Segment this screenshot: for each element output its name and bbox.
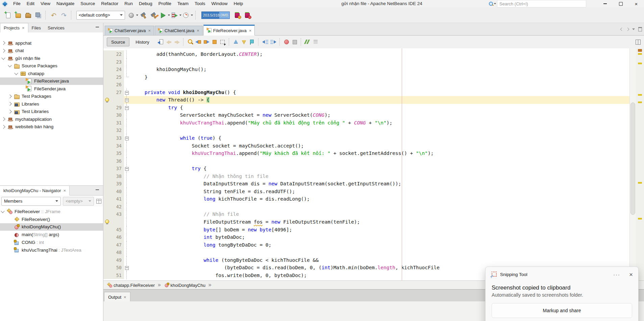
menu-tools[interactable]: Tools [192, 0, 208, 7]
navigator-sort-icon[interactable] [96, 198, 102, 205]
close-tab-icon[interactable]: × [22, 26, 25, 30]
code-line-43[interactable]: 43 // Nhận file [103, 210, 644, 218]
code-line-42[interactable]: 42 [103, 203, 644, 211]
forward-icon[interactable] [174, 39, 180, 45]
warning-hint-icon[interactable] [105, 98, 109, 102]
warning-hint-icon[interactable] [105, 220, 109, 224]
build-project-button[interactable] [139, 10, 148, 20]
code-line-33[interactable]: 33 while (true) { [103, 134, 644, 142]
redo-button[interactable]: ↷ [59, 10, 69, 20]
tree-item-filesender-java[interactable]: FileSender.java [0, 85, 103, 93]
memory-indicator[interactable]: 203.5/318.0MB [201, 12, 230, 19]
code-fold-icon[interactable] [125, 98, 129, 102]
error-stripe-mark[interactable] [638, 101, 642, 103]
split-document-icon[interactable] [636, 40, 641, 45]
editor-tab-filereceiver-java[interactable]: FileReceiver.java× [203, 25, 255, 36]
comment-icon[interactable] [304, 39, 311, 45]
navigator-member[interactable]: khuVucTrangThai : JTextArea [0, 246, 103, 254]
tree-item-g-i-nh-n-file[interactable]: gửi nhận file [0, 54, 103, 62]
navigator-view-combo[interactable]: Members [1, 197, 61, 206]
code-line-41[interactable]: 41 long kichThuocFile = dis.readLong(); [103, 195, 644, 203]
search-icon[interactable] [489, 1, 493, 6]
markup-and-share-button[interactable]: Markup and share [492, 303, 632, 318]
shift-line-right-icon[interactable] [270, 39, 277, 45]
close-notification-icon[interactable]: × [629, 271, 633, 278]
error-stripe-mark[interactable] [638, 63, 642, 64]
tree-item-libraries[interactable]: Libraries [0, 100, 103, 108]
chevron-collapsed-icon[interactable] [1, 41, 5, 45]
error-stripe-mark[interactable] [638, 94, 642, 96]
close-tab-icon[interactable]: × [249, 28, 252, 33]
new-project-button[interactable] [13, 10, 23, 20]
code-editor[interactable]: 22 add(thanhCuon, BorderLayout.CENTER);2… [103, 48, 644, 280]
menu-edit[interactable]: Edit [24, 0, 38, 7]
code-fold-icon[interactable] [125, 266, 129, 270]
tree-item-test-libraries[interactable]: Test Libraries [0, 108, 103, 116]
code-line-28[interactable]: new Thread(() -> { [103, 96, 644, 104]
code-line-30[interactable]: 30 ServerSocket mayChuSocket = new Serve… [103, 111, 644, 119]
save-all-button[interactable] [33, 10, 43, 20]
code-line-39[interactable]: 39 DataInputStream dis = new DataInputSt… [103, 180, 644, 188]
more-options-icon[interactable]: ··· [613, 272, 620, 277]
menu-navigate[interactable]: Navigate [53, 0, 77, 7]
code-line-22[interactable]: 22 add(thanhCuon, BorderLayout.CENTER); [103, 50, 644, 58]
rectangular-selection-icon[interactable] [219, 39, 226, 45]
chevron-expanded-icon[interactable] [1, 56, 5, 60]
editor-tab-chatserver-java[interactable]: ChatServer.java× [105, 26, 154, 35]
code-line-47[interactable]: 47 long tongByteDaDoc = 0; [103, 241, 644, 249]
menu-window[interactable]: Window [208, 0, 231, 7]
chevron-collapsed-icon[interactable] [8, 94, 11, 98]
profile-project-button[interactable] [182, 10, 193, 20]
previous-bookmark-icon[interactable] [232, 39, 239, 45]
tab-navigator[interactable]: khoiDongMayChu - Navigator × [0, 186, 70, 196]
code-line-27[interactable]: 27 private void khoiDongMayChu() { [103, 89, 644, 96]
open-project-button[interactable] [23, 10, 33, 20]
code-line-38[interactable]: 38 // Nhận thông tin file [103, 173, 644, 180]
chevron-collapsed-icon[interactable] [8, 110, 11, 113]
search-dropdown-icon[interactable] [494, 3, 496, 4]
last-edit-position-icon[interactable] [157, 39, 164, 45]
previous-occurrence-icon[interactable] [195, 39, 202, 45]
reset-results-button[interactable] [243, 10, 252, 20]
chevron-collapsed-icon[interactable] [1, 125, 5, 129]
history-view-button[interactable]: History [131, 38, 153, 46]
code-line-44[interactable]: FileOutputStream fos = new FileOutputStr… [103, 218, 644, 226]
menu-source[interactable]: Source [77, 0, 98, 7]
code-line-40[interactable]: 40 String tenFile = dis.readUTF(); [103, 188, 644, 196]
navigator-member[interactable]: main(String[] args) [0, 231, 103, 238]
tab-files[interactable]: Files [28, 23, 44, 32]
code-line-29[interactable]: 29 try { [103, 104, 644, 112]
code-line-35[interactable]: 35 khuVucTrangThai.append("Máy khách đã … [103, 150, 644, 157]
code-line-31[interactable]: 31 khuVucTrangThai.append("Máy chủ đã kh… [103, 119, 644, 127]
code-line-48[interactable]: 48 [103, 249, 644, 256]
profile-point-button[interactable] [233, 10, 242, 20]
maximize-editor-icon[interactable] [638, 27, 642, 31]
code-fold-icon[interactable] [125, 106, 129, 110]
toggle-bookmark-icon[interactable] [249, 39, 255, 45]
code-line-49[interactable]: 49 while (tongByteDaDoc < kichThuocFile … [103, 256, 644, 264]
navigator-member[interactable]: FileReceiver :: JFrame [0, 208, 103, 215]
close-tab-icon[interactable]: × [197, 28, 199, 33]
shift-line-left-icon[interactable] [262, 39, 269, 45]
tree-item-websiteb-b-n-h-ng[interactable]: websiteb bán hàng [0, 123, 103, 131]
code-line-45[interactable]: 45 byte[] boDem = new byte[4096]; [103, 226, 644, 234]
navigator-member[interactable]: CONG : int [0, 238, 103, 246]
code-fold-icon[interactable] [125, 137, 129, 140]
code-fold-icon[interactable] [125, 167, 129, 171]
maximize-button[interactable] [613, 0, 628, 7]
close-tab-icon[interactable]: × [148, 28, 151, 33]
navigator-member[interactable]: khoiDongMayChu() [0, 223, 103, 231]
menu-team[interactable]: Team [174, 0, 192, 7]
scroll-tabs-left-icon[interactable] [620, 28, 624, 31]
toggle-highlight-icon[interactable] [211, 39, 218, 45]
chevron-collapsed-icon[interactable] [8, 102, 11, 106]
minimize-button[interactable] [597, 0, 613, 7]
code-line-34[interactable]: 34 Socket socket = mayChuSocket.accept()… [103, 142, 644, 150]
undo-button[interactable]: ↶ [49, 10, 58, 20]
menu-refactor[interactable]: Refactor [98, 0, 121, 7]
tree-item-mychatapplication[interactable]: mychatapplication [0, 115, 103, 123]
next-occurrence-icon[interactable] [203, 39, 210, 45]
menu-help[interactable]: Help [231, 0, 246, 7]
error-stripe-mark[interactable] [638, 49, 642, 52]
tree-item-source-packages[interactable]: Source Packages [0, 62, 103, 70]
